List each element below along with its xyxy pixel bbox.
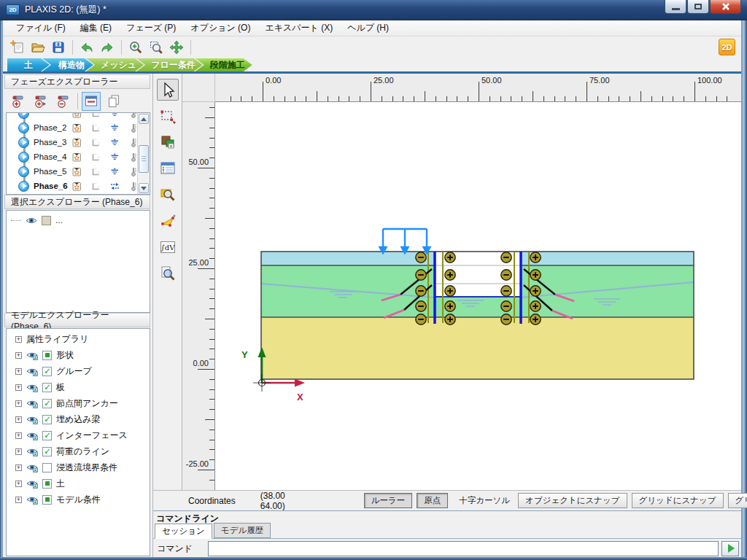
visibility-eye-icon[interactable]: A xyxy=(26,479,38,489)
status-toggle-button[interactable]: グリッドにスナップ xyxy=(632,493,724,508)
menu-item[interactable]: オプション (O) xyxy=(183,20,258,36)
visibility-eye-icon[interactable]: A xyxy=(26,383,38,392)
workflow-tab[interactable]: フロー条件 xyxy=(136,58,203,71)
command-input[interactable] xyxy=(208,541,719,556)
visibility-eye-icon[interactable]: A xyxy=(26,415,38,424)
maximize-button[interactable] xyxy=(687,0,709,14)
tree-checkbox[interactable] xyxy=(42,367,52,376)
model-tree-item[interactable]: A 形状 xyxy=(7,347,150,363)
status-toggle-button[interactable]: オブジェクトにスナップ xyxy=(518,493,627,508)
visibility-eye-icon[interactable]: A xyxy=(26,463,38,472)
tree-checkbox[interactable] xyxy=(42,495,52,505)
expand-icon[interactable] xyxy=(15,464,22,471)
scrollbar-thumb[interactable] xyxy=(139,145,149,173)
model-tree-item[interactable]: A インターフェース xyxy=(7,427,150,443)
phase-play-icon[interactable] xyxy=(18,137,29,148)
expand-icon[interactable] xyxy=(15,400,22,407)
phase-row[interactable]: Phase_6 xyxy=(7,179,137,193)
model-tree-item[interactable]: A グループ xyxy=(7,363,150,379)
scroll-down-button[interactable] xyxy=(139,183,149,193)
menu-item[interactable]: エキスパート (X) xyxy=(258,20,340,36)
expand-icon[interactable] xyxy=(15,352,22,359)
visibility-eye-icon[interactable] xyxy=(26,216,37,225)
menu-item[interactable]: ファイル (F) xyxy=(9,20,73,36)
expand-icon[interactable] xyxy=(15,432,22,439)
add-phase-button[interactable] xyxy=(9,92,28,111)
tree-checkbox[interactable] xyxy=(42,415,52,424)
status-toggle-button[interactable]: 原点 xyxy=(417,493,448,508)
open-project-button[interactable] xyxy=(29,39,47,56)
redo-button[interactable] xyxy=(98,39,116,56)
menu-item[interactable]: フェーズ (P) xyxy=(119,20,183,36)
save-button[interactable] xyxy=(50,39,67,56)
phase-row[interactable]: Phase_4 xyxy=(7,149,137,164)
tree-checkbox[interactable] xyxy=(42,351,52,360)
phase-row[interactable]: Phase_3 xyxy=(7,135,137,149)
visibility-eye-icon[interactable]: A xyxy=(26,447,38,456)
polygon-select-tool-button[interactable] xyxy=(157,210,179,232)
selection-checkbox[interactable] xyxy=(42,216,51,225)
drawing-area[interactable]: X Y xyxy=(215,102,741,490)
visibility-eye-icon[interactable]: A xyxy=(26,495,38,505)
visibility-eye-icon[interactable]: A xyxy=(26,351,38,360)
phases-window-tool-button[interactable] xyxy=(157,158,179,179)
expand-icon[interactable] xyxy=(15,497,22,503)
pan-button[interactable] xyxy=(168,39,185,56)
tree-checkbox[interactable] xyxy=(42,383,52,392)
workflow-tab[interactable]: 段階施工 xyxy=(196,58,252,71)
model-tree-item[interactable]: A 土 xyxy=(7,475,150,491)
phase-row[interactable]: Phase_2 xyxy=(7,120,137,135)
delete-phase-button[interactable] xyxy=(54,92,73,111)
zoom-extents-button[interactable] xyxy=(147,39,165,56)
visibility-eye-icon[interactable]: A xyxy=(26,399,38,408)
zoom-object-tool-button[interactable] xyxy=(157,184,179,206)
model-tree-item[interactable]: A 埋め込み梁 xyxy=(7,411,150,427)
expand-icon[interactable] xyxy=(15,416,22,423)
phase-play-icon[interactable] xyxy=(18,152,29,163)
phase-play-icon[interactable] xyxy=(18,166,29,177)
visibility-eye-icon[interactable]: A xyxy=(26,431,38,440)
model-tree-item[interactable]: A 浸透流境界条件 xyxy=(7,459,150,475)
new-project-button[interactable] xyxy=(9,39,26,56)
rectangle-select-tool-button[interactable] xyxy=(157,105,179,127)
select-tool-button[interactable] xyxy=(157,79,179,101)
undo-button[interactable] xyxy=(78,39,96,56)
command-tab[interactable]: モデル履歴 xyxy=(214,523,271,538)
status-toggle-button[interactable]: 十字カーソル xyxy=(452,494,516,508)
status-toggle-button[interactable]: ルーラー xyxy=(364,493,413,508)
tree-checkbox[interactable] xyxy=(42,431,52,440)
selection-item[interactable]: ... xyxy=(7,211,150,225)
model-tree-item[interactable]: A 荷重のライン xyxy=(7,443,150,459)
zoom-in-button[interactable] xyxy=(127,39,144,56)
copy-phase-button[interactable] xyxy=(104,92,123,111)
expand-icon[interactable] xyxy=(15,481,22,487)
volume-integral-tool-button[interactable]: ∫dV xyxy=(157,236,179,258)
tree-checkbox[interactable] xyxy=(42,447,52,456)
phase-list-scrollbar[interactable] xyxy=(137,113,150,194)
expand-icon[interactable] xyxy=(15,336,22,343)
distributed-load[interactable] xyxy=(380,229,430,253)
phase-play-icon[interactable] xyxy=(18,122,29,133)
run-command-button[interactable] xyxy=(721,541,739,556)
workflow-tab[interactable]: 土 xyxy=(7,58,50,71)
model-tree-item[interactable]: A モデル条件 xyxy=(7,491,150,508)
model-tree-item[interactable]: A 節点間アンカー xyxy=(7,395,150,411)
command-tab[interactable]: セッション xyxy=(155,524,212,539)
zoom-selection-tool-button[interactable] xyxy=(157,262,179,284)
model-tree-item[interactable]: A 板 xyxy=(7,379,150,395)
phase-play-icon[interactable] xyxy=(18,181,29,192)
phase-row-partial[interactable] xyxy=(7,113,137,120)
insert-phase-button[interactable] xyxy=(31,92,50,111)
tree-checkbox[interactable] xyxy=(42,479,52,489)
visibility-eye-icon[interactable]: A xyxy=(26,367,38,376)
expand-icon[interactable] xyxy=(15,384,22,391)
menu-item[interactable]: 編集 (E) xyxy=(73,20,119,36)
edit-phase-button[interactable] xyxy=(82,92,101,111)
minimize-button[interactable] xyxy=(665,0,686,14)
tree-checkbox[interactable] xyxy=(42,399,52,408)
workflow-tab[interactable]: メッシュ xyxy=(86,58,144,71)
soil-materials-tool-button[interactable]: v xyxy=(157,131,179,153)
model-tree-item[interactable]: 属性ライブラリ xyxy=(7,331,150,347)
expand-icon[interactable] xyxy=(15,368,22,375)
close-button[interactable] xyxy=(710,0,741,14)
